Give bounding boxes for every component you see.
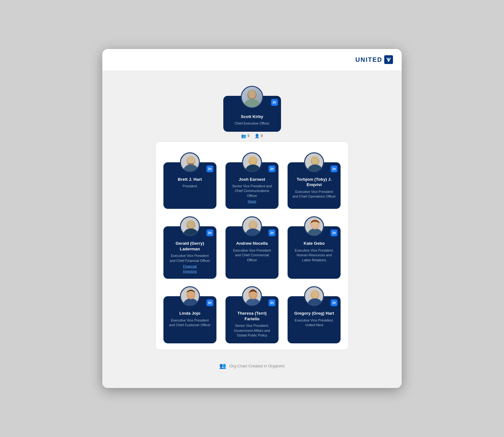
avatar-wrapper-3 <box>180 216 200 236</box>
svg-point-7 <box>187 157 194 164</box>
report-wrapper-4: inAndrew NocellaExecutive Vice President… <box>224 215 280 279</box>
linkedin-badge-1[interactable]: in <box>269 165 275 172</box>
report-link-3-1[interactable]: Investors <box>168 269 212 273</box>
avatar-wrapper-0 <box>180 152 200 172</box>
svg-point-4 <box>248 90 256 98</box>
svg-point-13 <box>308 164 322 172</box>
avatar-wrapper-5 <box>304 216 324 236</box>
report-card-2[interactable]: inTorbjom (Toby) J. EnqvistExecutive Vic… <box>288 162 341 209</box>
report-title-7: Senior Vice President, Government Affair… <box>230 323 274 338</box>
avatar-wrapper-4 <box>242 216 262 236</box>
report-wrapper-2: inTorbjom (Toby) J. EnqvistExecutive Vic… <box>286 151 342 209</box>
united-logo: UNITED <box>356 55 393 64</box>
ceo-stats: 9 9 <box>241 134 263 138</box>
ceo-title: Chief Executive Officer <box>228 121 277 126</box>
svg-point-3 <box>244 99 260 108</box>
avatar-5 <box>304 216 324 236</box>
linkedin-badge-3[interactable]: in <box>206 229 213 236</box>
report-card-4[interactable]: inAndrew NocellaExecutive Vice President… <box>225 226 279 279</box>
report-name-7: Theresa (Terri) Fariello <box>230 311 274 322</box>
svg-rect-8 <box>188 163 194 164</box>
avatar-1 <box>242 152 262 172</box>
svg-point-10 <box>245 164 260 172</box>
footer: 👥 Org Chart Created in Organimi <box>109 362 395 369</box>
report-wrapper-7: inTheresa (Terri) FarielloSenior Vice Pr… <box>224 285 280 343</box>
ceo-name: Scott Kirby <box>228 114 277 120</box>
report-wrapper-6: inLinda JojoExecutive Vice President and… <box>162 285 218 343</box>
people-count: 9 <box>261 134 263 138</box>
report-title-6: Executive Vice President and Chief Custo… <box>168 318 212 328</box>
report-wrapper-1: inJosh EarnestSenior Vice President and … <box>224 151 280 209</box>
avatar-7 <box>242 286 262 306</box>
svg-point-16 <box>183 228 198 236</box>
linkedin-badge-0[interactable]: in <box>206 165 213 172</box>
ceo-avatar-wrapper <box>241 86 263 108</box>
report-title-4: Executive Vice President and Chief Comme… <box>230 248 274 263</box>
reports-grid: inBrett J. HartPresidentinJosh EarnestSe… <box>155 141 349 350</box>
report-card-6[interactable]: inLinda JojoExecutive Vice President and… <box>163 296 216 343</box>
footer-text: Org Chart Created in Organimi <box>229 364 284 368</box>
report-name-6: Linda Jojo <box>168 311 212 316</box>
avatar-wrapper-6 <box>180 286 200 306</box>
report-name-4: Andrew Nocella <box>230 241 274 246</box>
report-name-0: Brett J. Hart <box>168 177 212 182</box>
report-card-5[interactable]: inKate GeboExecutive Vice President, Hum… <box>288 226 341 279</box>
avatar-4 <box>242 216 262 236</box>
logo-text: UNITED <box>356 56 382 63</box>
ceo-card[interactable]: in Scott Kirby Chief Executive Officer <box>223 96 281 132</box>
avatar-wrapper-7 <box>242 286 262 306</box>
report-wrapper-0: inBrett J. HartPresident <box>162 151 218 209</box>
avatar-wrapper-1 <box>242 152 262 172</box>
report-wrapper-5: inKate GeboExecutive Vice President, Hum… <box>286 215 342 279</box>
report-link-3-0[interactable]: Financial <box>168 264 212 268</box>
report-name-2: Torbjom (Toby) J. Enqvist <box>292 177 336 188</box>
svg-point-27 <box>245 298 260 306</box>
ceo-linkedin-icon[interactable]: in <box>271 99 278 106</box>
linkedin-badge-5[interactable]: in <box>331 229 337 236</box>
report-card-7[interactable]: inTheresa (Terri) FarielloSenior Vice Pr… <box>225 296 279 343</box>
avatar-2 <box>304 152 324 172</box>
groups-stat: 9 <box>241 134 250 138</box>
avatar-8 <box>304 286 324 306</box>
report-name-5: Kate Gebo <box>292 241 336 246</box>
groups-count: 9 <box>247 134 250 138</box>
ceo-avatar <box>241 86 263 108</box>
groups-icon <box>241 134 246 138</box>
avatar-wrapper-2 <box>304 152 324 172</box>
linkedin-badge-2[interactable]: in <box>331 165 337 172</box>
linkedin-badge-7[interactable]: in <box>269 299 275 306</box>
report-card-1[interactable]: inJosh EarnestSenior Vice President and … <box>225 162 279 209</box>
linkedin-badge-4[interactable]: in <box>269 229 275 236</box>
svg-point-32 <box>312 291 318 298</box>
report-title-1: Senior Vice President and Chief Communic… <box>230 184 274 198</box>
main-content: in Scott Kirby Chief Executive Officer 9… <box>102 71 402 388</box>
report-title-3: Executive Vice President and Chief Finan… <box>168 253 212 263</box>
svg-point-31 <box>308 298 322 306</box>
avatar-wrapper-8 <box>304 286 324 306</box>
report-card-8[interactable]: inGregory (Greg) HartExecutive Vice Pres… <box>288 296 341 343</box>
report-title-0: President <box>168 184 212 189</box>
people-icon <box>254 134 259 138</box>
report-title-5: Executive Vice President, Human Resource… <box>292 248 336 263</box>
svg-point-17 <box>187 221 194 228</box>
svg-point-21 <box>308 228 322 236</box>
svg-point-6 <box>183 164 198 172</box>
header: UNITED <box>102 49 402 71</box>
report-title-8: Executive Vice President, United Next <box>292 318 336 328</box>
report-card-3[interactable]: inGerald (Gerry) LadermanExecutive Vice … <box>163 226 216 279</box>
report-link-1-0[interactable]: News <box>230 199 274 203</box>
ceo-avatar-placeholder <box>242 87 262 107</box>
report-name-8: Gregory (Greg) Hart <box>292 311 336 316</box>
svg-point-14 <box>312 157 318 164</box>
report-wrapper-8: inGregory (Greg) HartExecutive Vice Pres… <box>286 285 342 343</box>
report-card-0[interactable]: inBrett J. HartPresident <box>163 162 216 209</box>
linkedin-badge-6[interactable]: in <box>206 299 213 306</box>
svg-point-19 <box>245 228 260 236</box>
report-wrapper-3: inGerald (Gerry) LadermanExecutive Vice … <box>162 215 218 279</box>
linkedin-badge-8[interactable]: in <box>331 299 337 306</box>
svg-point-24 <box>183 298 198 306</box>
united-logo-icon <box>384 55 393 64</box>
avatar-6 <box>180 286 200 306</box>
avatar-0 <box>180 152 200 172</box>
report-name-3: Gerald (Gerry) Laderman <box>168 241 212 252</box>
